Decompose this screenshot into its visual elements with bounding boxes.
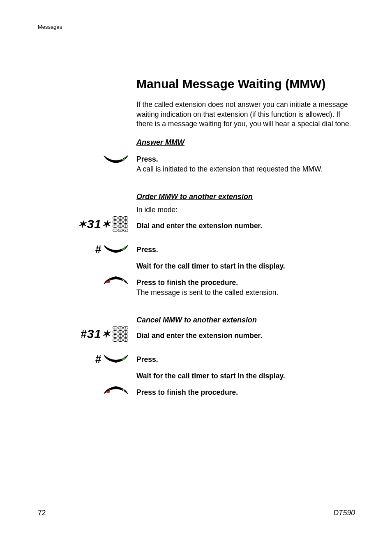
intro-text: If the called extension does not answer … <box>136 100 355 129</box>
yes-button-icon <box>104 354 128 364</box>
cancel-press: Press. <box>136 355 355 365</box>
keypad-icon: 123 456 789 *0# <box>113 326 128 342</box>
order-wait: Wait for the call timer to start in the … <box>136 262 355 271</box>
answer-press: Press. <box>136 155 355 164</box>
heading-cancel: Cancel MMW to another extension <box>136 316 355 324</box>
page-number: 72 <box>38 509 46 517</box>
no-button-icon <box>104 276 128 285</box>
cancel-finish: Press to finish the procedure. <box>136 388 355 398</box>
order-finish-detail: The message is sent to the called extens… <box>136 288 355 298</box>
model-label: DT590 <box>333 509 355 517</box>
heading-order: Order MMW to another extension <box>136 192 355 201</box>
yes-button-icon <box>104 245 128 254</box>
yes-button-icon <box>104 155 128 164</box>
no-button-icon <box>104 386 128 395</box>
heading-answer: Answer MMW <box>136 138 355 147</box>
hash-icon: # <box>95 243 101 256</box>
order-pre: In idle mode: <box>136 205 355 215</box>
dial-code-order: ✶31✶ 123 456 789 *0# <box>78 216 128 232</box>
page-header: Messages <box>38 24 62 30</box>
cancel-dial: Dial and enter the extension number. <box>136 331 355 341</box>
answer-press-detail: A call is initiated to the extension tha… <box>136 164 355 174</box>
order-press: Press. <box>136 245 355 255</box>
dial-code-cancel: #31✶ 123 456 789 *0# <box>81 326 128 342</box>
order-finish: Press to finish the procedure. <box>136 278 355 288</box>
order-dial: Dial and enter the extension number. <box>136 221 355 231</box>
hash-icon: # <box>95 353 101 366</box>
page-title: Manual Message Waiting (MMW) <box>136 77 355 91</box>
cancel-wait: Wait for the call timer to start in the … <box>136 371 355 381</box>
keypad-icon: 123 456 789 *0# <box>113 216 128 232</box>
